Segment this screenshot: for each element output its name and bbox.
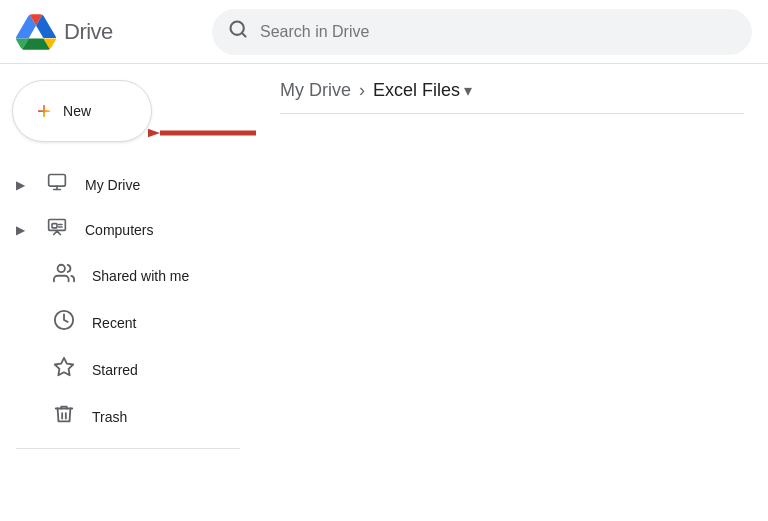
svg-point-11 (58, 265, 65, 272)
plus-icon: + (37, 97, 51, 125)
sidebar-item-shared[interactable]: Shared with me (0, 252, 240, 299)
svg-line-1 (242, 33, 246, 37)
sidebar-divider (16, 448, 240, 449)
expand-arrow-computers[interactable]: ▶ (16, 223, 25, 237)
sidebar-item-computers-label: Computers (85, 222, 153, 238)
expand-arrow-my-drive[interactable]: ▶ (16, 178, 25, 192)
new-button-label: New (63, 103, 91, 119)
svg-marker-13 (55, 358, 73, 375)
search-icon (228, 19, 248, 44)
trash-icon (52, 403, 76, 430)
sidebar-item-starred-label: Starred (92, 362, 138, 378)
svg-rect-4 (49, 175, 66, 187)
breadcrumb-current[interactable]: Excel Files ▾ (373, 80, 472, 101)
breadcrumb: My Drive › Excel Files ▾ (280, 80, 744, 101)
sidebar-item-shared-label: Shared with me (92, 268, 189, 284)
sidebar-item-recent[interactable]: Recent (0, 299, 240, 346)
new-button[interactable]: + New (12, 80, 152, 142)
drive-logo-icon (16, 14, 56, 50)
header: Drive (0, 0, 768, 64)
sidebar-item-trash-label: Trash (92, 409, 127, 425)
arrow-annotation (148, 108, 258, 162)
breadcrumb-separator: › (359, 80, 365, 101)
content-divider (280, 113, 744, 114)
my-drive-icon (45, 172, 69, 197)
content-area: My Drive › Excel Files ▾ (256, 64, 768, 521)
sidebar: + New ▶ (0, 64, 256, 521)
svg-rect-8 (52, 224, 57, 228)
sidebar-item-recent-label: Recent (92, 315, 136, 331)
sidebar-item-my-drive-label: My Drive (85, 177, 140, 193)
recent-icon (52, 309, 76, 336)
breadcrumb-chevron-icon[interactable]: ▾ (464, 81, 472, 100)
logo-area: Drive (16, 14, 196, 50)
computers-icon (45, 217, 69, 242)
shared-icon (52, 262, 76, 289)
sidebar-item-trash[interactable]: Trash (0, 393, 240, 440)
breadcrumb-my-drive[interactable]: My Drive (280, 80, 351, 101)
sidebar-item-my-drive[interactable]: ▶ My Drive (0, 162, 240, 207)
main-layout: + New ▶ (0, 64, 768, 521)
sidebar-item-computers[interactable]: ▶ Computers (0, 207, 240, 252)
starred-icon (52, 356, 76, 383)
sidebar-item-starred[interactable]: Starred (0, 346, 240, 393)
app-title: Drive (64, 19, 113, 45)
search-input[interactable] (260, 23, 736, 41)
search-bar[interactable] (212, 9, 752, 55)
